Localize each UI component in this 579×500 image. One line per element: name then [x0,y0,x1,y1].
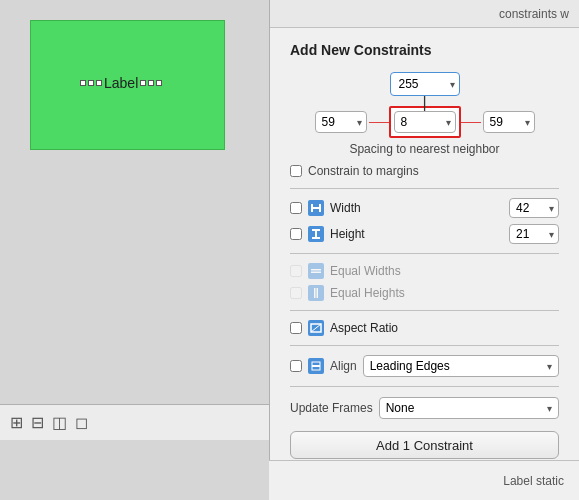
divider-1 [290,188,559,189]
height-row: Height 21 [270,221,579,247]
right-footer-label: Label static [503,474,564,488]
spacing-diagram: 255 59 | 8 [290,72,559,138]
equal-widths-icon [310,265,322,277]
svg-line-11 [311,324,321,332]
divider-3 [290,310,559,311]
toolbar-icon-4[interactable]: ◻ [75,413,88,432]
constraints-title: Add New Constraints [270,28,579,68]
height-value-select[interactable]: 21 [509,224,559,244]
align-icon-box [308,358,324,374]
mid-row: 59 | 8 59 [290,106,559,138]
update-frames-label: Update Frames [290,401,373,415]
aspect-ratio-icon-box [308,320,324,336]
right-connector [461,122,481,123]
divider-5 [290,386,559,387]
constrain-margins-row: Constrain to margins [270,160,579,182]
width-value-select[interactable]: 42 [509,198,559,218]
aspect-ratio-checkbox[interactable] [290,322,302,334]
toolbar-icon-1[interactable]: ⊞ [10,413,23,432]
divider-4 [290,345,559,346]
toolbar-icon-2[interactable]: ⊟ [31,413,44,432]
center-input-container: | 8 [389,106,461,138]
constraints-panel: constraints w Add New Constraints 255 59 [269,0,579,500]
handle-bm [148,80,154,86]
header-label: constraints w [499,7,569,21]
svg-rect-2 [319,204,321,212]
height-checkbox[interactable] [290,228,302,240]
handle-tl [80,80,86,86]
equal-widths-checkbox[interactable] [290,265,302,277]
aspect-ratio-row: Aspect Ratio [270,317,579,339]
equal-heights-icon-box [308,285,324,301]
svg-rect-6 [311,269,321,271]
divider-2 [290,253,559,254]
width-row: Width 42 [270,195,579,221]
handle-tm [88,80,94,86]
width-checkbox[interactable] [290,202,302,214]
height-label: Height [330,227,503,241]
canvas-area: Label ⊞ ⊟ ◫ ◻ [0,0,270,460]
svg-rect-13 [312,365,320,367]
svg-rect-1 [311,204,313,212]
equal-widths-icon-box [308,263,324,279]
equal-heights-checkbox[interactable] [290,287,302,299]
equal-heights-icon [310,287,322,299]
handle-tr [96,80,102,86]
equal-widths-label: Equal Widths [330,264,559,278]
bottom-spacing-select[interactable]: 8 [394,111,456,133]
aspect-ratio-icon [310,322,322,334]
constrain-margins-label: Constrain to margins [308,164,419,178]
svg-rect-9 [317,288,319,298]
right-spacing-select[interactable]: 59 [483,111,535,133]
update-frames-row: Update Frames None Items of New Constrai… [270,393,579,423]
equal-heights-row: Equal Heights [270,282,579,304]
height-icon-box [308,226,324,242]
svg-rect-7 [311,272,321,274]
add-constraint-button[interactable]: Add 1 Constraint [290,431,559,459]
label-text: Label [104,75,138,91]
equal-widths-row: Equal Widths [270,260,579,282]
handle-br [156,80,162,86]
update-frames-select[interactable]: None Items of New Constraints All Frames… [379,397,559,419]
toolbar-icon-3[interactable]: ◫ [52,413,67,432]
width-icon [310,202,322,214]
align-row: Align Leading Edges Trailing Edges Top E… [270,352,579,380]
constraints-header-bar: constraints w [270,0,579,28]
width-icon-box [308,200,324,216]
left-connector [369,122,389,123]
top-spacing-select[interactable]: 255 [390,72,460,96]
aspect-ratio-label: Aspect Ratio [330,321,559,335]
align-value-select[interactable]: Leading Edges Trailing Edges Top Edges B… [363,355,559,377]
constrain-margins-checkbox[interactable] [290,165,302,177]
equal-heights-label: Equal Heights [330,286,559,300]
height-icon [310,228,322,240]
bottom-toolbar: ⊞ ⊟ ◫ ◻ [0,404,270,440]
spacing-label: Spacing to nearest neighbor [290,142,559,156]
align-icon [310,360,322,372]
svg-rect-5 [312,237,320,239]
align-checkbox[interactable] [290,360,302,372]
i-beam-cursor: | [422,94,426,112]
left-spacing-select[interactable]: 59 [315,111,367,133]
svg-rect-8 [314,288,316,298]
svg-rect-4 [312,229,320,231]
width-label: Width [330,201,503,215]
right-footer: Label static [269,460,579,500]
handle-bl [140,80,146,86]
align-label: Align [330,359,357,373]
label-widget[interactable]: Label [80,75,162,91]
